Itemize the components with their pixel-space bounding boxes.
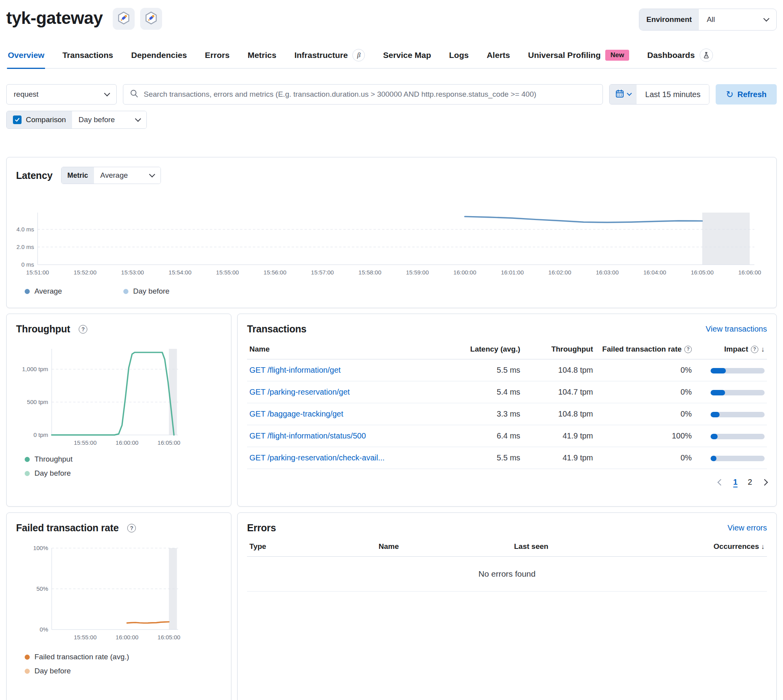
tab-overview[interactable]: Overview [7, 45, 45, 69]
column-header-occurrences[interactable]: Occurrences ↓ [682, 542, 765, 551]
tab-service-map[interactable]: Service Map [382, 45, 432, 68]
throughput-chart[interactable]: 0 tpm500 tpm1,000 tpm15:55:0016:00:0016:… [16, 339, 222, 446]
table-row: GET /baggage-tracking/get 3.3 ms 104.8 t… [247, 403, 767, 425]
comparison-select[interactable]: Day before [72, 111, 146, 128]
help-icon[interactable]: ? [684, 346, 692, 353]
legend-item-day-before[interactable]: Day before [123, 287, 222, 296]
ftr-legend: Failed transaction rate (avg.) Day befor… [16, 653, 222, 675]
tab-alerts[interactable]: Alerts [486, 45, 511, 68]
refresh-button[interactable]: ↻ Refresh [716, 84, 777, 105]
latency-metric-select[interactable]: Metric Average [61, 167, 161, 184]
tab-logs[interactable]: Logs [448, 45, 469, 68]
transaction-link[interactable]: GET /baggage-tracking/get [249, 410, 343, 418]
errors-table-header: Type Name Last seen Occurrences ↓ [247, 534, 767, 557]
agent-icon-buttons [113, 8, 162, 30]
latency-chart[interactable]: 0 ms2.0 ms4.0 ms15:51:0015:52:0015:53:00… [16, 189, 767, 281]
legend-item-day-before[interactable]: Day before [25, 667, 222, 675]
latency-value: 5.4 ms [445, 381, 523, 403]
column-header-name[interactable]: Name [379, 542, 514, 551]
column-header-last-seen[interactable]: Last seen [514, 542, 682, 551]
beta-badge: β [352, 49, 365, 61]
comparison-toggle[interactable]: Comparison [7, 111, 72, 128]
svg-text:16:00:00: 16:00:00 [115, 439, 138, 446]
view-transactions-link[interactable]: View transactions [706, 325, 767, 334]
column-header-name[interactable]: Name [247, 339, 445, 359]
transaction-link[interactable]: GET /flight-information/status/500 [249, 431, 366, 440]
legend-item-throughput[interactable]: Throughput [25, 455, 222, 464]
page-2-button[interactable]: 2 [748, 478, 752, 487]
service-tabs: Overview Transactions Dependencies Error… [6, 45, 777, 69]
environment-select[interactable]: Environment All [639, 9, 777, 31]
throughput-value: 104.7 tpm [523, 381, 595, 403]
comparison-checkbox[interactable] [13, 115, 22, 124]
tab-dashboards[interactable]: Dashboards [646, 45, 713, 68]
view-errors-link[interactable]: View errors [727, 523, 767, 532]
column-header-impact[interactable]: Impact?↓ [694, 339, 767, 359]
hexagon-agent-icon [144, 11, 158, 27]
agent-icon-button-1[interactable] [113, 8, 135, 30]
column-header-ftr[interactable]: Failed transaction rate? [595, 339, 694, 359]
legend-label: Day before [133, 287, 170, 296]
page-1-button[interactable]: 1 [733, 478, 738, 487]
legend-item-ftr[interactable]: Failed transaction rate (avg.) [25, 653, 222, 661]
svg-text:16:00:00: 16:00:00 [453, 269, 476, 276]
hexagon-agent-icon [117, 11, 131, 27]
svg-text:4.0 ms: 4.0 ms [16, 226, 34, 233]
transactions-panel: Transactions View transactions Name Late… [237, 314, 777, 507]
search-input[interactable] [144, 90, 596, 99]
svg-text:2.0 ms: 2.0 ms [16, 244, 34, 250]
tab-errors[interactable]: Errors [204, 45, 230, 68]
table-row: GET /parking-reservation/get 5.4 ms 104.… [247, 381, 767, 403]
ftr-chart[interactable]: 0%50%100%15:55:0016:00:0016:05:00 [16, 538, 222, 647]
impact-bar [711, 390, 765, 395]
time-range-value[interactable]: Last 15 minutes [637, 85, 709, 104]
sort-desc-icon: ↓ [761, 543, 765, 550]
svg-text:100%: 100% [33, 545, 48, 551]
errors-title: Errors [247, 522, 276, 534]
impact-bar [711, 456, 765, 461]
latency-legend: Average Day before [16, 287, 767, 296]
beaker-icon [700, 49, 713, 62]
legend-item-average[interactable]: Average [25, 287, 123, 296]
environment-value: All [707, 15, 715, 24]
previous-page-icon[interactable] [717, 479, 724, 485]
help-icon[interactable]: ? [751, 346, 758, 353]
legend-item-day-before[interactable]: Day before [25, 469, 222, 478]
svg-text:50%: 50% [36, 585, 48, 592]
errors-panel: Errors View errors Type Name Last seen O… [237, 512, 777, 700]
tab-infrastructure[interactable]: Infrastructure β [294, 45, 366, 68]
next-page-icon[interactable] [761, 479, 768, 485]
chevron-down-icon [135, 116, 141, 122]
tab-metrics[interactable]: Metrics [247, 45, 277, 68]
calendar-segment[interactable] [610, 85, 637, 104]
transaction-link[interactable]: GET /parking-reservation/get [249, 388, 350, 396]
ftr-value: 0% [595, 359, 694, 381]
transaction-link[interactable]: GET /parking-reservation/check-avail... [249, 453, 384, 462]
svg-text:16:00:00: 16:00:00 [115, 634, 138, 640]
svg-text:500 tpm: 500 tpm [27, 399, 48, 405]
help-icon[interactable]: ? [79, 325, 87, 334]
errors-empty-message: No errors found [247, 557, 767, 592]
transaction-link[interactable]: GET /flight-information/get [249, 366, 341, 374]
comparison-label: Comparison [26, 115, 66, 124]
column-header-throughput[interactable]: Throughput [523, 339, 595, 359]
ftr-value: 0% [595, 447, 694, 469]
throughput-value: 41.9 tpm [523, 447, 595, 469]
failed-transaction-rate-panel: Failed transaction rate ? 0%50%100%15:55… [6, 512, 231, 700]
search-box [123, 84, 603, 105]
svg-text:15:51:00: 15:51:00 [26, 269, 49, 276]
transaction-type-select[interactable]: request [6, 84, 117, 105]
apm-service-overview: tyk-gateway Environment All Overview Tr [0, 0, 783, 700]
latency-value: 5.5 ms [445, 359, 523, 381]
agent-icon-button-2[interactable] [140, 8, 162, 30]
search-icon [130, 89, 139, 100]
date-picker[interactable]: Last 15 minutes [609, 84, 709, 105]
svg-text:0%: 0% [40, 626, 48, 633]
tab-transactions[interactable]: Transactions [61, 45, 114, 68]
svg-text:0 tpm: 0 tpm [33, 431, 48, 438]
column-header-type[interactable]: Type [249, 542, 379, 551]
help-icon[interactable]: ? [127, 524, 136, 532]
column-header-latency[interactable]: Latency (avg.) [445, 339, 523, 359]
tab-dependencies[interactable]: Dependencies [130, 45, 188, 68]
tab-universal-profiling[interactable]: Universal Profiling New [527, 45, 630, 68]
